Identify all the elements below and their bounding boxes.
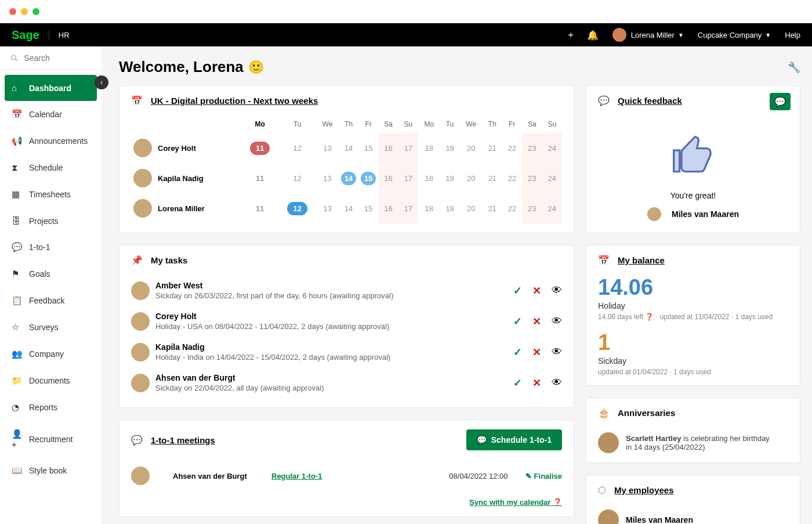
avatar — [131, 281, 150, 300]
schedule-cell[interactable]: 15 — [358, 193, 378, 223]
give-feedback-button[interactable]: 💬 — [770, 93, 791, 110]
schedule-cell[interactable]: 17 — [398, 163, 418, 193]
notifications-icon[interactable]: 🔔 — [587, 30, 599, 41]
schedule-cell[interactable]: 11 — [241, 163, 278, 193]
schedule-cell[interactable]: 16 — [378, 133, 398, 163]
user-menu[interactable]: Lorena Miller ▼ — [612, 28, 684, 42]
sidebar-item-label: Documents — [29, 376, 70, 385]
schedule-cell[interactable]: 13 — [316, 163, 339, 193]
help-link[interactable]: Help — [785, 31, 800, 39]
view-icon[interactable]: 👁 — [552, 315, 562, 328]
schedule-cell[interactable]: 18 — [418, 163, 440, 193]
employee-name: Miles van Maaren — [626, 515, 693, 524]
sidebar-item-company[interactable]: 👥Company — [5, 341, 97, 367]
schedule-cell[interactable]: 21 — [483, 163, 502, 193]
mac-minimize[interactable] — [21, 8, 28, 15]
employees-title[interactable]: My employees — [614, 485, 674, 495]
view-icon[interactable]: 👁 — [552, 377, 562, 389]
sidebar-item-documents[interactable]: 📁Documents — [5, 367, 97, 394]
approve-icon[interactable]: ✓ — [513, 377, 522, 389]
schedule-cell[interactable]: 15 — [358, 133, 378, 163]
sidebar-item-projects[interactable]: 🗄Projects — [5, 208, 97, 234]
schedule-cell[interactable]: 22 — [502, 193, 522, 223]
schedule-cell[interactable]: 20 — [460, 133, 483, 163]
schedule-cell[interactable]: 12 — [278, 133, 316, 163]
sidebar-item-recruitment[interactable]: 👤+Recruitment — [5, 421, 97, 457]
reject-icon[interactable]: ✕ — [532, 284, 541, 297]
schedule-cell[interactable]: 22 — [502, 163, 522, 193]
feedback-title[interactable]: Quick feedback — [618, 96, 682, 106]
schedule-cell[interactable]: 14 — [339, 133, 358, 163]
schedule-cell[interactable]: 17 — [398, 133, 418, 163]
day-header: Fr — [358, 115, 378, 133]
schedule-cell[interactable]: 19 — [440, 163, 460, 193]
sidebar-item-goals[interactable]: ⚑Goals — [5, 261, 97, 287]
approve-icon[interactable]: ✓ — [513, 284, 522, 297]
company-menu[interactable]: Cupcake Company ▼ — [698, 31, 771, 39]
schedule-cell[interactable]: 21 — [483, 193, 502, 223]
user-avatar — [612, 28, 626, 42]
schedule-cell[interactable]: 18 — [418, 193, 440, 223]
schedule-cell[interactable]: 14 — [339, 163, 358, 193]
schedule-cell[interactable]: 19 — [440, 133, 460, 163]
schedule-cell[interactable]: 21 — [483, 133, 502, 163]
balance-title[interactable]: My balance — [618, 255, 665, 265]
search-icon — [10, 53, 18, 63]
sidebar-item-reports[interactable]: ◔Reports — [5, 394, 97, 421]
schedule-cell[interactable]: 24 — [542, 163, 562, 193]
reject-icon[interactable]: ✕ — [532, 377, 541, 389]
avatar — [131, 312, 150, 331]
search-input[interactable] — [24, 53, 91, 63]
collapse-sidebar-button[interactable]: ‹ — [95, 75, 108, 89]
schedule-meeting-button[interactable]: 💬 Schedule 1-to-1 — [466, 429, 562, 450]
sidebar-item-timesheets[interactable]: ▦Timesheets — [5, 181, 97, 208]
mac-maximize[interactable] — [32, 8, 39, 15]
schedule-cell[interactable]: 23 — [522, 163, 542, 193]
sidebar-item-feedback[interactable]: 📋Feedback — [5, 287, 97, 314]
schedule-cell[interactable]: 15 — [358, 163, 378, 193]
schedule-cell[interactable]: 20 — [460, 193, 483, 223]
settings-icon[interactable]: 🔧 — [788, 61, 800, 74]
schedule-cell[interactable]: 12 — [278, 193, 316, 223]
finalise-button[interactable]: ✎ Finalise — [525, 472, 562, 480]
schedule-cell[interactable]: 22 — [502, 133, 522, 163]
schedule-cell[interactable]: 19 — [440, 193, 460, 223]
schedule-cell[interactable]: 24 — [542, 133, 562, 163]
view-icon[interactable]: 👁 — [552, 284, 562, 297]
sidebar-item-announcements[interactable]: 📢Announcements — [5, 128, 97, 154]
sidebar-item-schedule[interactable]: ⧗Schedule — [5, 154, 97, 181]
approve-icon[interactable]: ✓ — [513, 346, 522, 359]
sidebar-item-style-book[interactable]: 📖Style book — [5, 457, 97, 484]
sidebar-item-dashboard[interactable]: ⌂Dashboard — [5, 75, 97, 101]
sync-calendar-link[interactable]: Sync with my calendar ❓ — [469, 498, 562, 507]
add-icon[interactable]: ＋ — [566, 29, 575, 41]
sidebar-item-calendar[interactable]: 📅Calendar — [5, 101, 97, 128]
schedule-cell[interactable]: 16 — [378, 163, 398, 193]
schedule-cell[interactable]: 11 — [241, 193, 278, 223]
meeting-link[interactable]: Regular 1-to-1 — [271, 472, 322, 480]
avatar — [598, 432, 619, 453]
schedule-cell[interactable]: 12 — [278, 163, 316, 193]
sidebar-item-surveys[interactable]: ☆Surveys — [5, 314, 97, 341]
meetings-title[interactable]: 1-to-1 meetings — [151, 435, 215, 445]
schedule-cell[interactable]: 24 — [542, 193, 562, 223]
schedule-cell[interactable]: 20 — [460, 163, 483, 193]
schedule-cell[interactable]: 11 — [241, 133, 278, 163]
mac-close[interactable] — [9, 8, 16, 15]
sidebar-item-one-to-one[interactable]: 💬1-to-1 — [5, 234, 97, 261]
schedule-cell[interactable]: 16 — [378, 193, 398, 223]
view-icon[interactable]: 👁 — [552, 346, 562, 359]
approve-icon[interactable]: ✓ — [513, 315, 522, 328]
avatar — [131, 343, 150, 362]
schedule-cell[interactable]: 13 — [316, 133, 339, 163]
schedule-cell[interactable]: 18 — [418, 133, 440, 163]
reject-icon[interactable]: ✕ — [532, 315, 541, 328]
schedule-cell[interactable]: 17 — [398, 193, 418, 223]
schedule-cell[interactable]: 23 — [522, 193, 542, 223]
schedule-cell[interactable]: 14 — [339, 193, 358, 223]
schedule-cell[interactable]: 13 — [316, 193, 339, 223]
schedule-title[interactable]: UK - Digital production - Next two weeks — [151, 96, 318, 106]
schedule-cell[interactable]: 23 — [522, 133, 542, 163]
reject-icon[interactable]: ✕ — [532, 346, 541, 359]
anniversaries-card: 🎂 Anniversaries Scarlett Hartley is cele… — [586, 397, 800, 463]
